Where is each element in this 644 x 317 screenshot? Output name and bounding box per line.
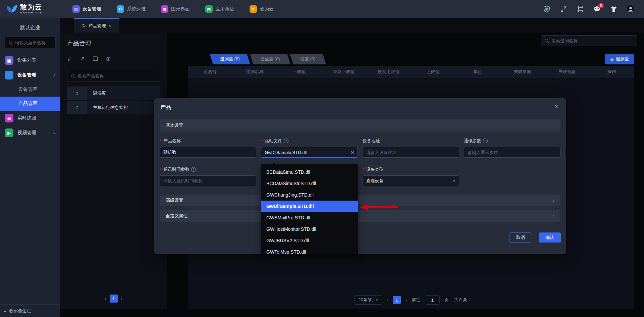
sidebar-menu-item[interactable]: ◉ 实时快照	[0, 111, 60, 125]
current-page-button[interactable]: 1	[110, 295, 118, 303]
top-nav-item-label: 图形界面	[171, 6, 190, 12]
driver-file-option[interactable]: GWHostMonitor.STD.dll	[261, 223, 358, 235]
product-search-input[interactable]	[77, 73, 156, 78]
top-nav-item[interactable]: ⚙ 系统运维	[117, 5, 146, 13]
red-arrow-pointer	[359, 203, 399, 212]
sidebar-search[interactable]	[5, 37, 56, 48]
butterfly-logo-icon	[6, 3, 17, 15]
refresh-icon[interactable]: ↻	[82, 23, 86, 28]
top-nav-item-icon: ▦	[161, 5, 168, 13]
driver-file-option[interactable]: GwDllSample.STD.dll	[261, 201, 358, 212]
sidebar-menu-item[interactable]: · 设备管理	[0, 83, 60, 97]
search-icon	[8, 41, 12, 45]
menu-item-label: 设备管理	[18, 87, 37, 93]
chevron-icon: ∨	[53, 131, 56, 135]
section-custom-properties[interactable]: 自定义属性 ›	[160, 210, 560, 222]
message-badge: 0	[598, 3, 604, 8]
device-type-select[interactable]: 直连设备 ∨	[363, 175, 459, 186]
driver-file-option[interactable]: GWChangJing.STD.dll	[261, 189, 358, 201]
chevron-icon: ∧	[53, 73, 56, 77]
product-name-input[interactable]	[160, 150, 256, 155]
user-avatar[interactable]	[627, 5, 635, 13]
tab-strip: ↻ 产品管理 ×	[60, 18, 644, 33]
device-address-input[interactable]	[363, 150, 459, 155]
tab-product-management[interactable]: ↻ 产品管理 ×	[74, 18, 119, 33]
top-nav-item[interactable]: ▦ 图形界面	[161, 5, 190, 13]
table-header-cell: 恢复下限值	[322, 69, 366, 75]
sidebar-search-input[interactable]	[15, 40, 52, 45]
menu-item-icon: ◉	[5, 114, 13, 122]
security-shield-icon[interactable]	[543, 5, 551, 13]
confirm-button[interactable]: 确认	[539, 232, 561, 243]
top-nav-item[interactable]: ▤ 应用商店	[205, 5, 234, 13]
table-header-cell: 关联页面	[500, 69, 545, 75]
sidebar-menu: ▣ 设备列表 ∷ 设备管理 ∧ · 设备管理 · 产品管理 ◉	[0, 53, 60, 140]
sidebar-menu-item[interactable]: ∷ 设备管理 ∧	[0, 68, 60, 83]
menu-item-icon: ▶	[5, 128, 13, 137]
collapse-sidebar-button[interactable]: ≡ 收起侧边栏	[0, 304, 60, 317]
modal-form: 产品名称 驱动文件? ⊗ 设备地址 通讯参数? 通讯时间参数? 设备类型 直连设…	[160, 138, 560, 186]
next-page-button[interactable]: ›	[121, 296, 122, 301]
toolbar-icon[interactable]: ❏	[93, 55, 98, 62]
driver-file-option[interactable]: GWTelMsg.STD.dll	[261, 246, 358, 254]
top-nav-item[interactable]: ❖ 敢为云	[250, 5, 274, 13]
fullscreen-icon[interactable]	[559, 5, 568, 13]
menu-item-label: 设备列表	[17, 57, 36, 63]
table-header-cell: 下限值	[277, 69, 322, 75]
telemetry-tab[interactable]: 遥测量 (0)	[210, 54, 250, 64]
comm-params-input[interactable]	[464, 150, 560, 155]
comm-time-params-input[interactable]	[160, 178, 256, 183]
sidebar-menu-item[interactable]: ▣ 设备列表	[0, 53, 60, 68]
current-page-button[interactable]: 1	[393, 296, 401, 304]
driver-file-option[interactable]: BCDataSimuStr.STD.dll	[261, 178, 358, 189]
sidebar-menu-item[interactable]: ▶ 视频管理 ∨	[0, 125, 60, 140]
product-pagination: ‹ 1 ›	[60, 295, 167, 303]
tab-label: 产品管理	[89, 23, 106, 29]
table-header-cell: 恢复上限值	[366, 69, 411, 75]
driver-file-option[interactable]: BCDataSimu.STD.dll	[261, 166, 358, 178]
screenshot-frame-icon[interactable]	[576, 5, 584, 13]
telemetry-search[interactable]	[541, 35, 637, 46]
table-pagination: 20条/页 ∨ ‹ 1 › 前往 页 共 0 条	[188, 295, 634, 305]
store-shirt-icon[interactable]	[610, 5, 618, 13]
help-icon[interactable]: ?	[191, 167, 196, 172]
goto-page-input[interactable]	[425, 295, 440, 305]
clear-input-icon[interactable]: ⊗	[351, 150, 358, 155]
top-nav-item[interactable]: ▥ 设备管理	[72, 5, 101, 13]
prev-page-button[interactable]: ‹	[105, 296, 106, 301]
driver-file-option[interactable]: GWJBUSV2.STD.dll	[261, 235, 358, 246]
toolbar-icon[interactable]: ⊕	[106, 55, 111, 62]
add-telemetry-button[interactable]: ⊕ 遥测量	[605, 54, 634, 64]
toolbar-icon[interactable]: ↙	[67, 55, 72, 62]
panel-toolbar: ↙↗❏⊕	[67, 55, 160, 62]
next-page-button[interactable]: ›	[406, 298, 407, 303]
telemetry-search-input[interactable]	[551, 38, 634, 43]
page-size-select[interactable]: 20条/页 ∨	[355, 295, 382, 305]
cancel-button[interactable]: 取消	[509, 232, 532, 243]
app-logo: 敢为云 GANWEIYUN	[0, 3, 60, 15]
telemetry-tab[interactable]: 遥信量 (0)	[250, 54, 290, 64]
add-telemetry-label: 遥测量	[616, 56, 629, 62]
product-row[interactable]: 1 温湿度	[67, 87, 160, 100]
help-icon[interactable]: ?	[483, 139, 488, 143]
help-icon[interactable]: ?	[284, 139, 288, 143]
close-tab-icon[interactable]: ×	[109, 23, 111, 28]
toolbar-icon[interactable]: ↗	[80, 55, 85, 62]
field-device-type: 设备类型 直连设备 ∨	[363, 166, 459, 186]
messages-icon[interactable]: 0	[593, 5, 601, 13]
close-modal-icon[interactable]: ×	[554, 103, 558, 110]
telemetry-tab[interactable]: 设置 (0)	[290, 54, 326, 64]
top-nav-item-label: 设备管理	[83, 6, 101, 12]
field-comm-params: 通讯参数?	[464, 138, 560, 158]
top-nav-item-icon: ▤	[205, 5, 213, 13]
product-search[interactable]	[67, 70, 160, 82]
prev-page-button[interactable]: ‹	[387, 298, 388, 303]
table-header-cell: 遥测名称	[232, 69, 277, 75]
product-modal: 产品 × 基本设置 产品名称 驱动文件? ⊗ 设备地址 通讯参数? 通讯时间参数…	[154, 98, 566, 254]
driver-file-option[interactable]: GWEMailPro.STD.dll	[261, 212, 358, 223]
sidebar-menu-item[interactable]: · 产品管理	[0, 97, 60, 111]
submenu-dot-icon: ·	[11, 101, 13, 106]
product-row[interactable]: 2 主机运行信息监控	[67, 101, 160, 114]
sidebar: 默认企业 ▣ 设备列表 ∷ 设备管理 ∧ · 设备管理 ·	[0, 18, 60, 317]
driver-file-input[interactable]	[261, 150, 351, 155]
